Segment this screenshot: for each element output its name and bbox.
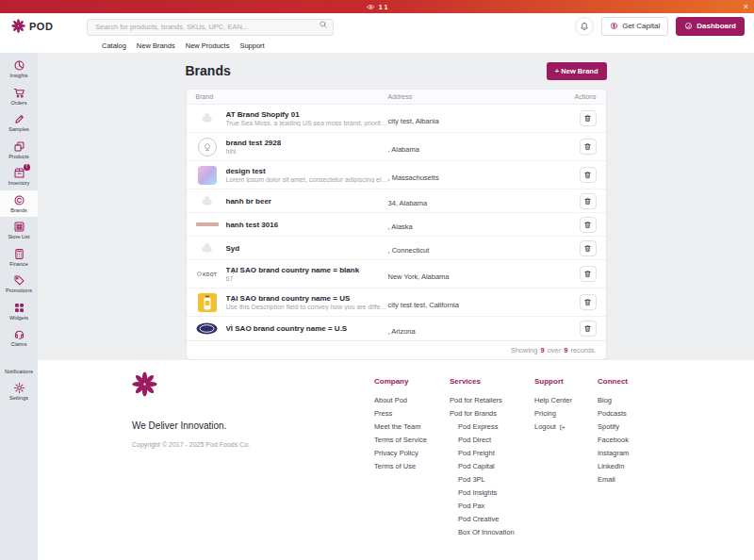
dashboard-label: Dashboard xyxy=(697,22,736,30)
footer-link-pod-express[interactable]: Pod Express xyxy=(450,420,534,434)
table-row[interactable]: AT Brand Shopify 01True Sea Moss, a lead… xyxy=(187,105,606,133)
get-capital-button[interactable]: Get Capital xyxy=(601,17,668,36)
delete-brand-button[interactable] xyxy=(580,266,597,282)
table-row[interactable]: KDOTTẠI SAO brand country name = blank67… xyxy=(187,260,606,288)
footer-link-press[interactable]: Press xyxy=(374,407,450,420)
footer-link-instagram[interactable]: Instagram xyxy=(598,447,682,460)
sidebar-item-inventory[interactable]: !Inventory xyxy=(0,163,38,190)
footer-link-pod-creative[interactable]: Pod Creative xyxy=(450,513,534,526)
footer-link-linkedin[interactable]: LinkedIn xyxy=(598,460,682,473)
brand-address: , Connecticut xyxy=(388,246,430,255)
trash-icon xyxy=(583,221,592,229)
dashboard-button[interactable]: Dashboard xyxy=(676,17,745,36)
footer-link-logout[interactable]: Logout xyxy=(534,420,598,434)
close-icon[interactable]: × xyxy=(744,0,748,13)
sidebar-item-finance[interactable]: Finance xyxy=(0,244,38,272)
footer-column-title: Services xyxy=(450,377,534,386)
footer-link-box-of-innovation[interactable]: Box Of Innovation xyxy=(450,526,534,539)
delete-brand-button[interactable] xyxy=(580,110,597,126)
brand-description: hihi xyxy=(226,148,282,155)
table-body: AT Brand Shopify 01True Sea Moss, a lead… xyxy=(187,105,606,340)
nav-link-new-products[interactable]: New Products xyxy=(186,41,230,50)
footer-link-blog[interactable]: Blog xyxy=(598,394,682,407)
brand-logo xyxy=(196,110,219,126)
delete-brand-button[interactable] xyxy=(580,193,597,209)
footer-link-pod-capital[interactable]: Pod Capital xyxy=(450,460,534,473)
table-row[interactable]: TẠI SAO brand country name = USUse this … xyxy=(187,288,606,317)
footer-link-label: Blog xyxy=(598,394,612,407)
sidebar-item-products[interactable]: Products xyxy=(0,137,38,164)
nav-link-catalog[interactable]: Catalog xyxy=(102,41,126,50)
claims-icon xyxy=(13,328,25,340)
footer-link-label: LinkedIn xyxy=(598,460,624,473)
sidebar-item-store-list[interactable]: Store List xyxy=(0,217,38,244)
brand-description: True Sea Moss, a leading US sea moss bra… xyxy=(226,120,388,126)
footer-link-label: Pod Capital xyxy=(458,460,495,473)
sidebar-item-samples[interactable]: Samples xyxy=(0,109,38,137)
trash-icon xyxy=(583,197,592,206)
footer-link-help-center[interactable]: Help Center xyxy=(534,394,598,407)
pod-flower-icon xyxy=(132,371,157,397)
finance-icon xyxy=(13,248,25,260)
table-row[interactable]: VÌ SAO brand country name = U.S, Arizona xyxy=(187,317,606,340)
table-row[interactable]: hanh br beer34, Alabama xyxy=(187,189,606,213)
summary-text: records. xyxy=(570,346,596,354)
footer-link-label: Pod Creative xyxy=(458,513,499,526)
footer-link-podcasts[interactable]: Podcasts xyxy=(598,407,682,420)
delete-brand-button[interactable] xyxy=(580,294,597,310)
table-row[interactable]: Syd, Connecticut xyxy=(187,237,606,260)
brand-logo xyxy=(196,222,219,226)
footer-link-terms-of-service[interactable]: Terms of Service xyxy=(374,434,450,447)
brand-description: 67 xyxy=(226,275,360,282)
footer-link-pricing[interactable]: Pricing xyxy=(534,407,598,420)
nav-link-support[interactable]: Support xyxy=(239,41,264,50)
sidebar-item-claims[interactable]: Claims xyxy=(0,324,38,352)
delete-brand-button[interactable] xyxy=(580,240,597,256)
app-logo[interactable]: POD xyxy=(11,19,53,33)
footer-column-title: Support xyxy=(534,377,598,386)
new-brand-button[interactable]: + New Brand xyxy=(547,62,607,80)
footer-link-pod-pax[interactable]: Pod Pax xyxy=(450,500,534,513)
sidebar-item-notifications[interactable]: Notifications xyxy=(0,352,38,379)
footer-link-about-pod[interactable]: About Pod xyxy=(374,394,450,407)
sidebar-item-widgets[interactable]: Widgets xyxy=(0,298,38,325)
footer-link-facebook[interactable]: Facebook xyxy=(598,434,682,447)
delete-brand-button[interactable] xyxy=(580,167,597,183)
footer-link-privacy-policy[interactable]: Privacy Policy xyxy=(374,447,450,460)
footer-link-pod-for-retailers[interactable]: Pod for Retailers xyxy=(450,394,534,407)
footer-link-pod-3pl[interactable]: Pod 3PL xyxy=(450,473,534,486)
nav-link-new-brands[interactable]: New Brands xyxy=(137,41,175,50)
brand-name: TẠI SAO brand country name = US xyxy=(226,294,388,303)
footer-link-terms-of-use[interactable]: Terms of Use xyxy=(374,460,450,473)
footer-link-spotify[interactable]: Spotify xyxy=(598,420,682,434)
delete-brand-button[interactable] xyxy=(580,139,597,155)
footer-link-label: Press xyxy=(374,407,392,420)
table-row[interactable]: hanh test 3016, Alaska xyxy=(187,213,606,237)
footer-link-pod-insights[interactable]: Pod Insights xyxy=(450,486,534,500)
sidebar-item-label: Notifications xyxy=(5,369,33,374)
brand-address: , Alaska xyxy=(388,222,413,231)
brand-logo: KDOT xyxy=(196,272,219,277)
footer-link-pod-direct[interactable]: Pod Direct xyxy=(450,434,534,447)
search-icon[interactable] xyxy=(319,20,328,29)
footer-link-pod-freight[interactable]: Pod Freight xyxy=(450,447,534,460)
delete-brand-button[interactable] xyxy=(580,321,597,337)
sidebar-item-orders[interactable]: Orders xyxy=(0,83,38,110)
footer-link-email[interactable]: Email xyxy=(598,473,682,486)
table-row[interactable]: design testLorem ipsum dolor sit amet, c… xyxy=(187,161,606,189)
trash-icon xyxy=(583,114,592,123)
footer-link-meet-the-team[interactable]: Meet the Team xyxy=(374,420,450,434)
sidebar-item-brands[interactable]: Brands xyxy=(0,190,38,218)
sidebar-item-promotions[interactable]: Promotions xyxy=(0,271,38,298)
sidebar-item-insights[interactable]: Insights xyxy=(0,56,38,83)
footer-column-support: SupportHelp CenterPricingLogout xyxy=(534,371,598,560)
delete-brand-button[interactable] xyxy=(580,217,597,233)
table-row[interactable]: brand test 2928hihi, Alabama xyxy=(187,133,606,161)
notifications-button[interactable] xyxy=(575,17,594,36)
widgets-icon xyxy=(13,302,25,314)
sidebar-item-settings[interactable]: Settings xyxy=(0,378,38,405)
search-input[interactable] xyxy=(87,19,334,36)
brand-logo xyxy=(196,322,219,335)
footer-tagline: We Deliver Innovation. xyxy=(132,420,374,431)
footer-link-pod-for-brands[interactable]: Pod for Brands xyxy=(450,407,534,420)
